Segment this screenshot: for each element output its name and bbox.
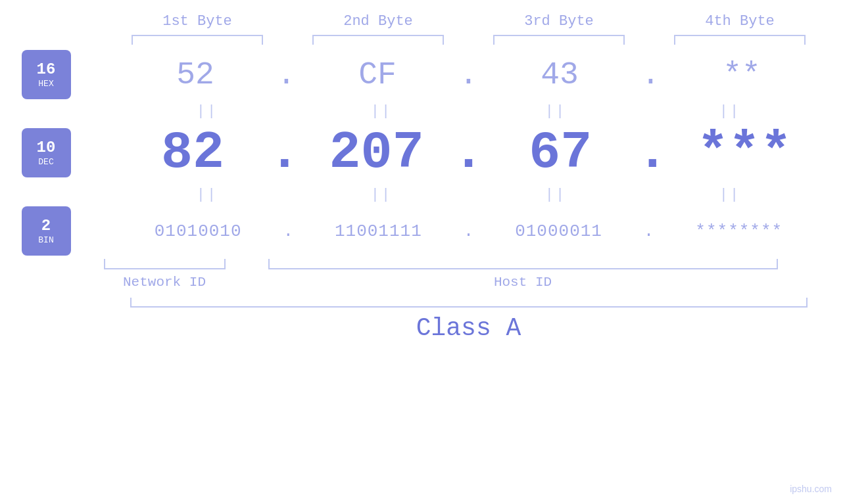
dec-val-2: 207 bbox=[329, 123, 424, 183]
bottom-bracket-row: Network ID Host ID bbox=[0, 259, 845, 290]
bin-b1: 01010010 bbox=[126, 221, 270, 241]
bin-b4: ******** bbox=[667, 221, 811, 241]
dec-dot-3: . bbox=[637, 123, 668, 183]
sep-2-b4: || bbox=[658, 187, 802, 203]
sep-2-b1: || bbox=[135, 187, 279, 203]
dec-badge-number: 10 bbox=[37, 139, 56, 158]
bin-val-1: 01010010 bbox=[155, 221, 242, 241]
hex-dot-2: . bbox=[459, 57, 478, 93]
sep-bars-2-1: || bbox=[197, 187, 218, 203]
hex-dot-1: . bbox=[277, 57, 296, 93]
hex-b4: ** bbox=[669, 57, 814, 93]
bin-row: 2 BIN 01010010 . 11001111 . 01000011 . *… bbox=[0, 206, 845, 256]
dec-row: 10 DEC 82 . 207 . 67 . *** bbox=[0, 123, 845, 183]
bin-badge-label: BIN bbox=[38, 235, 53, 245]
bin-b2: 11001111 bbox=[306, 221, 450, 241]
sep-bars-2-3: || bbox=[545, 187, 566, 203]
class-label: Class A bbox=[130, 314, 808, 342]
hex-b1: 52 bbox=[123, 57, 268, 93]
bracket-top-3 bbox=[493, 35, 625, 45]
bin-badge: 2 BIN bbox=[22, 206, 71, 256]
bracket-top-1 bbox=[132, 35, 263, 45]
bracket-top-2 bbox=[312, 35, 444, 45]
sep-2-b3: || bbox=[483, 187, 628, 203]
bin-b3: 01000011 bbox=[487, 221, 631, 241]
byte-headers: 1st Byte 2nd Byte 3rd Byte 4th Byte bbox=[107, 0, 831, 30]
class-row: Class A bbox=[0, 298, 845, 342]
dec-b4: *** bbox=[672, 123, 817, 183]
sep-1-b3: || bbox=[483, 103, 628, 120]
sep-bars-2: || bbox=[371, 103, 392, 120]
hex-b3: 43 bbox=[487, 57, 632, 93]
dec-b3: 67 bbox=[488, 123, 633, 183]
byte-label-2: 2nd Byte bbox=[306, 13, 450, 30]
hex-badge: 16 HEX bbox=[22, 50, 71, 99]
class-bracket bbox=[130, 298, 808, 308]
bin-val-4: ******** bbox=[695, 221, 783, 241]
hex-val-2: CF bbox=[358, 57, 397, 93]
bin-badge-number: 2 bbox=[41, 217, 51, 236]
sep-group-2: || || || || bbox=[120, 187, 817, 203]
watermark: ipshu.com bbox=[790, 484, 832, 494]
dec-byte-values: 82 . 207 . 67 . *** bbox=[120, 123, 817, 183]
sep-row-2: || || || || bbox=[0, 183, 845, 206]
bin-val-3: 01000011 bbox=[515, 221, 602, 241]
hex-val-3: 43 bbox=[541, 57, 579, 93]
dec-values: 82 . 207 . 67 . *** bbox=[92, 123, 845, 183]
dec-dot-1: . bbox=[269, 123, 301, 183]
sep-1-b4: || bbox=[658, 103, 802, 120]
bin-badge-slot: 2 BIN bbox=[0, 206, 92, 256]
bin-values: 01010010 . 11001111 . 01000011 . *******… bbox=[92, 221, 845, 241]
dec-badge-label: DEC bbox=[38, 157, 53, 167]
byte-label-4: 4th Byte bbox=[667, 13, 812, 30]
hex-byte-values: 52 . CF . 43 . ** bbox=[120, 57, 817, 93]
bin-dot-2: . bbox=[464, 221, 474, 241]
sep-1-b2: || bbox=[309, 103, 454, 120]
bracket-top-4 bbox=[674, 35, 806, 45]
hex-b2: CF bbox=[305, 57, 450, 93]
sep-2-b2: || bbox=[309, 187, 454, 203]
sep-bars-2-2: || bbox=[371, 187, 392, 203]
dec-dot-2: . bbox=[452, 123, 484, 183]
bin-dot-1: . bbox=[283, 221, 293, 241]
dec-badge: 10 DEC bbox=[22, 128, 71, 177]
host-id-label: Host ID bbox=[494, 275, 552, 290]
hex-badge-slot: 16 HEX bbox=[0, 50, 92, 99]
hex-row: 16 HEX 52 . CF . 43 . ** bbox=[0, 50, 845, 99]
dec-b1: 82 bbox=[120, 123, 265, 183]
bin-dot-3: . bbox=[644, 221, 654, 241]
dec-val-4: *** bbox=[697, 123, 792, 183]
dec-b2: 207 bbox=[304, 123, 449, 183]
bracket-bottom-network bbox=[104, 259, 226, 269]
sep-bars-3: || bbox=[545, 103, 566, 120]
sep-bars-4: || bbox=[719, 103, 740, 120]
byte-label-1: 1st Byte bbox=[125, 13, 270, 30]
sep-bars-1: || bbox=[197, 103, 218, 120]
sep-1-b1: || bbox=[135, 103, 279, 120]
network-id-label: Network ID bbox=[123, 275, 206, 290]
main-container: 1st Byte 2nd Byte 3rd Byte 4th Byte 16 H… bbox=[0, 0, 845, 504]
top-brackets bbox=[107, 35, 831, 45]
sep-bars-2-4: || bbox=[719, 187, 740, 203]
byte-label-3: 3rd Byte bbox=[487, 13, 631, 30]
bin-byte-values: 01010010 . 11001111 . 01000011 . *******… bbox=[120, 221, 817, 241]
hex-val-4: ** bbox=[723, 57, 761, 93]
bracket-bottom-host bbox=[268, 259, 778, 269]
dec-badge-slot: 10 DEC bbox=[0, 128, 92, 177]
hex-dot-3: . bbox=[641, 57, 660, 93]
sep-group-1: || || || || bbox=[120, 103, 817, 120]
hex-values: 52 . CF . 43 . ** bbox=[92, 57, 845, 93]
bin-val-2: 11001111 bbox=[335, 221, 422, 241]
hex-badge-label: HEX bbox=[38, 79, 53, 89]
hex-val-1: 52 bbox=[176, 57, 214, 93]
dec-val-1: 82 bbox=[161, 123, 224, 183]
sep-row-1: || || || || bbox=[0, 99, 845, 123]
dec-val-3: 67 bbox=[529, 123, 592, 183]
hex-badge-number: 16 bbox=[37, 60, 56, 80]
